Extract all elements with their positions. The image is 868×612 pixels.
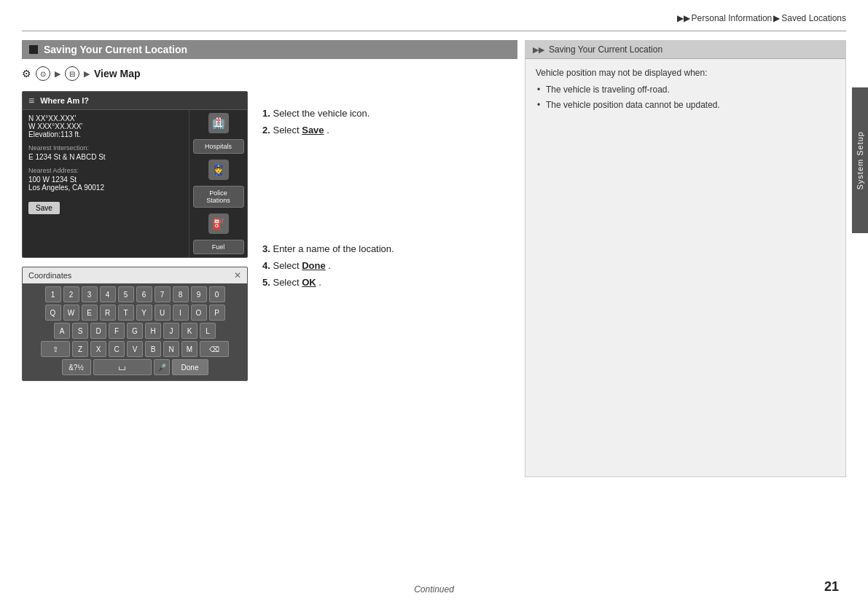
key-c[interactable]: C xyxy=(109,341,125,357)
key-1[interactable]: 1 xyxy=(45,286,61,302)
key-g[interactable]: G xyxy=(127,323,143,339)
key-w[interactable]: W xyxy=(63,305,79,321)
hospitals-button[interactable]: Hospitals xyxy=(193,139,244,154)
key-m[interactable]: M xyxy=(181,341,198,357)
breadcrumb-section2: Saved Locations xyxy=(781,13,846,23)
step-2-text: Select xyxy=(273,125,302,136)
keyboard-input-row: Coordinates ✕ xyxy=(23,267,247,283)
right-panel-header: ▶▶ Saving Your Current Location xyxy=(525,41,845,59)
right-panel-bullets: The vehicle is traveling off-road. The v… xyxy=(536,83,835,112)
key-3[interactable]: 3 xyxy=(82,286,98,302)
step-2-period: . xyxy=(327,125,329,136)
key-y[interactable]: Y xyxy=(136,305,152,321)
step-4-num: 4. xyxy=(262,260,270,271)
keyboard-row-asdf: A S D F G H J K L xyxy=(27,323,243,339)
key-5[interactable]: 5 xyxy=(118,286,134,302)
step-5-period: . xyxy=(318,277,321,288)
key-k[interactable]: K xyxy=(181,323,198,339)
nav-label: View Map xyxy=(94,68,141,79)
key-symbols[interactable]: &?½ xyxy=(62,359,91,375)
instructions-column: 1. Select the vehicle icon. 2. Select Sa… xyxy=(262,91,517,294)
close-icon[interactable]: ✕ xyxy=(234,270,241,280)
key-2[interactable]: 2 xyxy=(63,286,79,302)
key-e[interactable]: E xyxy=(82,305,98,321)
sidebar-tab-label: System Setup xyxy=(856,131,864,189)
continued-label: Continued xyxy=(414,584,454,595)
elevation: Elevation:113 ft. xyxy=(28,130,183,138)
key-z[interactable]: Z xyxy=(72,341,88,357)
key-v[interactable]: V xyxy=(127,341,143,357)
bullet-2: The vehicle position data cannot be upda… xyxy=(536,98,835,112)
key-7[interactable]: 7 xyxy=(155,286,171,302)
key-j[interactable]: J xyxy=(163,323,179,339)
key-shift[interactable]: ⇧ xyxy=(41,341,70,357)
nearest-intersection-label: Nearest Intersection: xyxy=(28,144,183,152)
key-0[interactable]: 0 xyxy=(209,286,225,302)
coords-line1: N XX°XX.XXX' xyxy=(28,114,183,122)
step-4: 4. Select Done . xyxy=(262,260,517,271)
keyboard-row-numbers: 1 2 3 4 5 6 7 8 9 0 xyxy=(27,286,243,302)
step-2-num: 2. xyxy=(262,125,270,136)
phone-icon: ⚙ xyxy=(22,68,31,79)
key-o[interactable]: O xyxy=(191,305,207,321)
key-8[interactable]: 8 xyxy=(173,286,189,302)
key-q[interactable]: Q xyxy=(45,305,61,321)
key-a[interactable]: A xyxy=(54,323,70,339)
key-u[interactable]: U xyxy=(155,305,171,321)
key-t[interactable]: T xyxy=(118,305,134,321)
key-mic[interactable]: 🎤 xyxy=(154,359,170,375)
key-backspace[interactable]: ⌫ xyxy=(200,341,229,357)
save-button[interactable]: Save xyxy=(28,202,60,214)
key-space[interactable]: ⌴ xyxy=(93,359,152,375)
nearest-address-label: Nearest Address: xyxy=(28,167,183,174)
key-s[interactable]: S xyxy=(72,323,88,339)
key-l[interactable]: L xyxy=(200,323,216,339)
content-row: ≡ Where Am I? N XX°XX.XXX' W XXX°XX.XXX'… xyxy=(22,91,517,381)
coords-section: N XX°XX.XXX' W XXX°XX.XXX' Elevation:113… xyxy=(28,114,183,138)
screen1-title: Where Am I? xyxy=(40,96,89,105)
key-d[interactable]: D xyxy=(90,323,106,339)
key-i[interactable]: I xyxy=(173,305,189,321)
breadcrumb-arrow2: ▶ xyxy=(773,13,780,23)
key-f[interactable]: F xyxy=(109,323,125,339)
step-3-text: Enter a name of the location. xyxy=(273,243,394,254)
right-panel-title: Saving Your Current Location xyxy=(549,44,662,55)
key-9[interactable]: 9 xyxy=(191,286,207,302)
key-4[interactable]: 4 xyxy=(100,286,116,302)
instruction-spacer xyxy=(262,91,517,102)
section-header: Saving Your Current Location xyxy=(22,40,517,59)
step-2-bold: Save xyxy=(302,125,324,136)
key-done[interactable]: Done xyxy=(172,359,208,375)
screen1-body: N XX°XX.XXX' W XXX°XX.XXX' Elevation:113… xyxy=(23,110,247,257)
step-4-period: . xyxy=(328,260,331,271)
step-4-bold: Done xyxy=(302,260,326,271)
police-button[interactable]: Police Stations xyxy=(193,186,244,208)
hospitals-icon: 🏥 xyxy=(208,113,229,133)
key-r[interactable]: R xyxy=(100,305,116,321)
key-h[interactable]: H xyxy=(145,323,161,339)
nav-arrow2: ▶ xyxy=(84,69,90,79)
section-title: Saving Your Current Location xyxy=(44,44,187,55)
key-n[interactable]: N xyxy=(163,341,179,357)
coords-line2: W XXX°XX.XXX' xyxy=(28,122,183,130)
step-1-text: Select the vehicle icon. xyxy=(273,108,370,119)
keyboard-screen: Coordinates ✕ 1 2 3 4 5 6 7 8 9 xyxy=(22,267,248,381)
key-p[interactable]: P xyxy=(209,305,225,321)
keyboard-keys: 1 2 3 4 5 6 7 8 9 0 Q W xyxy=(23,283,247,380)
step-2: 2. Select Save . xyxy=(262,125,517,136)
step-4-text: Select xyxy=(273,260,302,271)
step-5-num: 5. xyxy=(262,277,270,288)
step-1-num: 1. xyxy=(262,108,270,119)
key-b[interactable]: B xyxy=(145,341,161,357)
fuel-button[interactable]: Fuel xyxy=(193,240,244,254)
step-5-bold: OK xyxy=(302,277,316,288)
right-panel: ▶▶ Saving Your Current Location Vehicle … xyxy=(525,40,846,477)
fuel-icon: ⛽ xyxy=(208,213,229,234)
keyboard-row-qwerty: Q W E R T Y U I O P xyxy=(27,305,243,321)
key-x[interactable]: X xyxy=(90,341,106,357)
screenshots-column: ≡ Where Am I? N XX°XX.XXX' W XXX°XX.XXX'… xyxy=(22,91,248,381)
keyboard-input-text: Coordinates xyxy=(28,271,71,280)
key-6[interactable]: 6 xyxy=(136,286,152,302)
screen1-right: 🏥 Hospitals 👮 Police Stations ⛽ Fuel xyxy=(189,110,247,257)
step-5: 5. Select OK . xyxy=(262,277,517,288)
